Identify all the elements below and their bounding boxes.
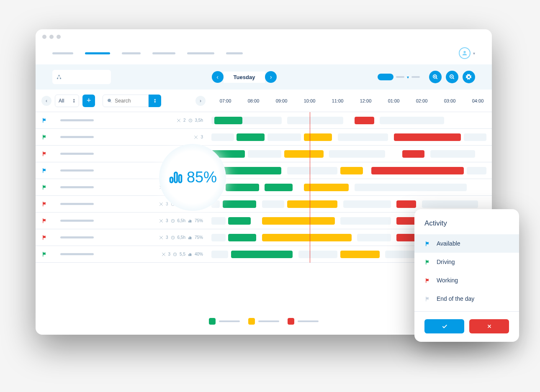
time-label: 10:00 (296, 98, 324, 103)
timeline-row[interactable] (211, 146, 492, 162)
timeline-bar (464, 133, 486, 141)
popup-actions (414, 311, 519, 333)
sort-button[interactable]: ▲▼ (149, 95, 161, 107)
timeline-bar[interactable] (231, 251, 293, 258)
timeline-bar[interactable] (226, 184, 259, 191)
prev-day-button[interactable]: ‹ (212, 71, 224, 83)
resource-row[interactable]: 35,540% (36, 246, 211, 263)
timeline-bar[interactable] (304, 133, 332, 141)
resource-row[interactable]: 36,5h75% (36, 229, 211, 246)
confirm-button[interactable] (424, 319, 464, 333)
timeline-row[interactable] (211, 112, 492, 129)
nav-tab[interactable] (85, 52, 110, 54)
legend (209, 318, 319, 325)
activity-option[interactable]: Driving (414, 253, 519, 271)
svg-point-6 (108, 99, 111, 102)
time-label: 01:00 (380, 98, 408, 103)
timeline-bar (357, 234, 391, 241)
flag-icon (424, 296, 431, 302)
timeline-bar[interactable] (228, 234, 256, 241)
timeline-bar[interactable] (340, 167, 363, 174)
user-menu[interactable]: ▾ (459, 47, 475, 59)
date-navigator: ‹ Tuesday › (212, 71, 277, 83)
timeline-bar[interactable] (237, 133, 265, 141)
nav-tab[interactable] (122, 52, 141, 54)
timeline-bar[interactable] (394, 133, 461, 141)
date-label: Tuesday (224, 72, 265, 83)
svg-rect-19 (191, 220, 191, 222)
nav-tab[interactable] (226, 52, 243, 54)
timeline-bar (298, 251, 338, 258)
zoom-out-button[interactable] (446, 71, 458, 83)
flag-icon (41, 117, 48, 123)
resource-row[interactable]: 3 (36, 129, 211, 146)
timeline-bar (380, 117, 444, 124)
activity-option[interactable]: End of the day (414, 290, 519, 308)
timeline-bar (211, 217, 226, 225)
timeline-bar[interactable] (262, 234, 352, 241)
search-input[interactable] (115, 98, 144, 104)
activity-option[interactable]: Available (414, 234, 519, 253)
zoom-in-button[interactable] (429, 71, 442, 83)
filter-dropdown[interactable] (52, 70, 111, 84)
timeline-bar[interactable] (223, 200, 256, 208)
timeline-bar[interactable] (214, 117, 242, 124)
activity-popup: Activity AvailableDrivingWorkingEnd of t… (414, 209, 519, 342)
timeline-row[interactable] (211, 129, 492, 146)
resource-name (60, 153, 94, 155)
toolbar: ‹ Tuesday › ▾ (36, 64, 492, 90)
timeline-row[interactable] (211, 179, 492, 196)
settings-button[interactable] (463, 71, 475, 83)
next-day-button[interactable]: › (265, 71, 277, 83)
activity-option[interactable]: Working (414, 271, 519, 290)
placeholder (411, 76, 420, 78)
scroll-left-button[interactable]: ‹ (41, 96, 51, 106)
timeline-bar[interactable] (284, 150, 324, 158)
timeline-bar[interactable] (262, 217, 335, 225)
timeline-row[interactable] (211, 162, 492, 179)
sort-icon: ▲▼ (72, 98, 75, 103)
nav-tab[interactable] (52, 52, 73, 54)
nav-tab[interactable] (187, 52, 214, 54)
scroll-right-button[interactable]: › (195, 96, 206, 106)
svg-rect-18 (190, 220, 190, 222)
activity-label: Driving (437, 259, 455, 265)
timeline-bar (287, 117, 343, 124)
toolbar-actions: ▾ (378, 71, 475, 83)
search-input-wrap[interactable] (103, 95, 149, 107)
resource-row[interactable]: 36,5h75% (36, 213, 211, 229)
timeline-bar (343, 200, 391, 208)
close-icon (486, 323, 492, 329)
timeline-bar[interactable] (228, 217, 251, 225)
timeline-bar (422, 200, 478, 208)
hierarchy-icon (57, 74, 62, 79)
timeline-bar (338, 133, 388, 141)
timeline-bar[interactable] (371, 167, 464, 174)
svg-rect-2 (57, 78, 58, 79)
toggle-pill[interactable] (378, 74, 393, 80)
timeline-bar (262, 200, 285, 208)
timeline-bar[interactable] (355, 117, 374, 124)
timeline-bar[interactable] (287, 200, 338, 208)
add-button[interactable]: + (82, 95, 95, 107)
flag-icon (424, 277, 431, 284)
svg-rect-17 (189, 221, 189, 222)
timeline-bar[interactable] (396, 200, 416, 208)
bubble-value: 85% (187, 169, 217, 186)
time-label: 07:00 (211, 98, 239, 103)
cancel-button[interactable] (469, 319, 509, 333)
timeline-bar (211, 251, 228, 258)
timeline-bar[interactable] (340, 251, 380, 258)
svg-rect-25 (189, 254, 189, 256)
nav-tab[interactable] (152, 52, 175, 54)
chevron-down-icon: ▾ (473, 51, 475, 56)
resource-row[interactable]: 23,5h (36, 112, 211, 129)
timeline-bar[interactable] (265, 184, 293, 191)
timeline-bar[interactable] (304, 184, 349, 191)
filter-select[interactable]: All ▲▼ (55, 95, 79, 107)
timeline-bar (287, 167, 338, 174)
timeline-bar[interactable] (402, 150, 425, 158)
resource-name (60, 136, 94, 138)
dropdown-caret-icon[interactable]: ▾ (407, 75, 409, 79)
check-icon (441, 323, 448, 330)
